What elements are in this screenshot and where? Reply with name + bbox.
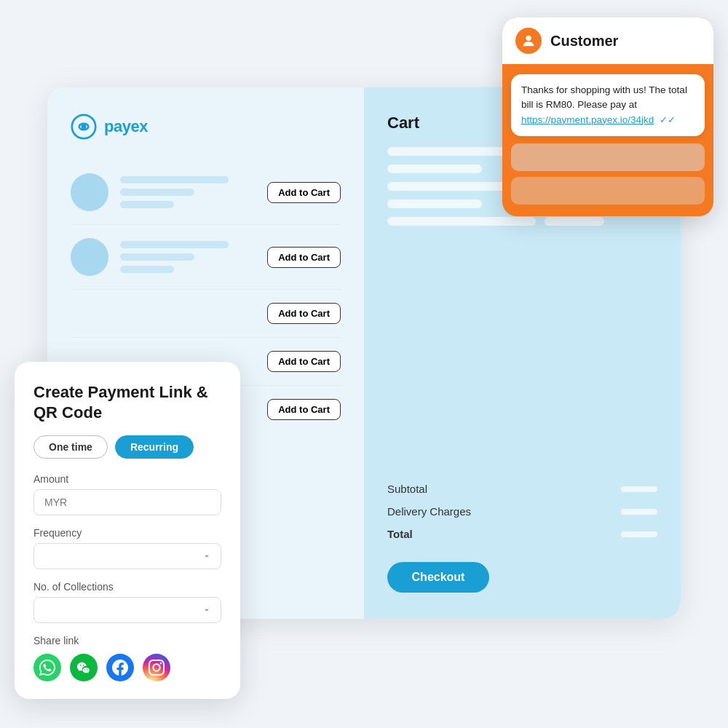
one-time-button[interactable]: One time xyxy=(33,435,108,459)
payex-logo-icon xyxy=(71,114,97,140)
facebook-share-icon[interactable] xyxy=(106,654,134,681)
product-avatar xyxy=(71,173,108,211)
collections-select[interactable] xyxy=(33,597,221,623)
recurring-button[interactable]: Recurring xyxy=(115,435,194,459)
chat-reply-bar xyxy=(511,143,705,171)
subtotal-label: Subtotal xyxy=(387,483,427,495)
product-item: Add to Cart xyxy=(71,290,341,338)
logo-text: payex xyxy=(104,117,148,136)
chat-bubble: Thanks for shopping with us! The total b… xyxy=(511,74,705,136)
total-value xyxy=(621,531,657,537)
add-to-cart-button[interactable]: Add to Cart xyxy=(267,182,341,203)
frequency-field-group: Frequency xyxy=(33,527,221,581)
share-label: Share link xyxy=(33,635,221,646)
chat-read-ticks: ✓✓ xyxy=(660,113,676,127)
total-label: Total xyxy=(387,528,413,540)
customer-chat-card: Customer Thanks for shopping with us! Th… xyxy=(502,17,713,216)
subtotal-value xyxy=(621,486,657,492)
chat-payment-link[interactable]: https://payment.payex.io/34jkd xyxy=(521,114,654,125)
chat-reply-bar-2 xyxy=(511,177,705,205)
add-to-cart-button[interactable]: Add to Cart xyxy=(267,351,341,372)
product-line xyxy=(120,241,229,248)
svg-point-1 xyxy=(81,124,86,129)
social-share-row xyxy=(33,654,221,681)
delivery-label: Delivery Charges xyxy=(387,505,471,518)
frequency-label: Frequency xyxy=(33,527,221,539)
cart-line-row xyxy=(387,217,657,226)
product-line xyxy=(120,176,229,183)
payment-link-card: Create Payment Link & QR Code One time R… xyxy=(15,362,240,699)
wechat-share-icon[interactable] xyxy=(70,654,98,681)
add-to-cart-button[interactable]: Add to Cart xyxy=(267,247,341,268)
frequency-select[interactable] xyxy=(33,543,221,569)
cart-line xyxy=(387,199,482,208)
amount-label: Amount xyxy=(33,473,221,485)
cart-line xyxy=(387,165,482,173)
product-item: Add to Cart xyxy=(71,225,341,290)
cart-line xyxy=(387,217,536,226)
delivery-value xyxy=(621,509,657,515)
chat-message-text: Thanks for shopping with us! The total b… xyxy=(521,84,687,110)
payment-card-title: Create Payment Link & QR Code xyxy=(33,382,221,422)
checkout-button[interactable]: Checkout xyxy=(387,562,489,593)
instagram-share-icon[interactable] xyxy=(143,654,170,681)
amount-field-group: Amount xyxy=(33,473,221,527)
whatsapp-share-icon[interactable] xyxy=(33,654,61,681)
cart-summary: Subtotal Delivery Charges Total Checkout xyxy=(387,483,657,593)
collections-field-group: No. of Collections xyxy=(33,581,221,635)
product-avatar xyxy=(71,238,108,276)
collections-label: No. of Collections xyxy=(33,581,221,593)
cart-line xyxy=(545,217,604,226)
product-line xyxy=(120,253,194,261)
customer-name: Customer xyxy=(550,33,618,50)
subtotal-row: Subtotal xyxy=(387,483,657,495)
add-to-cart-button[interactable]: Add to Cart xyxy=(267,399,341,420)
product-line xyxy=(120,189,194,196)
product-line xyxy=(120,201,174,208)
customer-avatar-icon xyxy=(515,28,542,54)
delivery-row: Delivery Charges xyxy=(387,505,657,518)
svg-point-2 xyxy=(526,36,531,41)
product-lines xyxy=(120,241,256,273)
logo-area: payex xyxy=(71,114,341,140)
total-row: Total xyxy=(387,528,657,540)
product-lines xyxy=(120,176,256,208)
customer-header: Customer xyxy=(502,17,713,64)
product-item: Add to Cart xyxy=(71,160,341,225)
payment-type-toggle: One time Recurring xyxy=(33,435,221,459)
person-icon xyxy=(521,33,537,49)
amount-input[interactable] xyxy=(33,489,221,515)
add-to-cart-button[interactable]: Add to Cart xyxy=(267,303,341,324)
product-line xyxy=(120,266,174,273)
